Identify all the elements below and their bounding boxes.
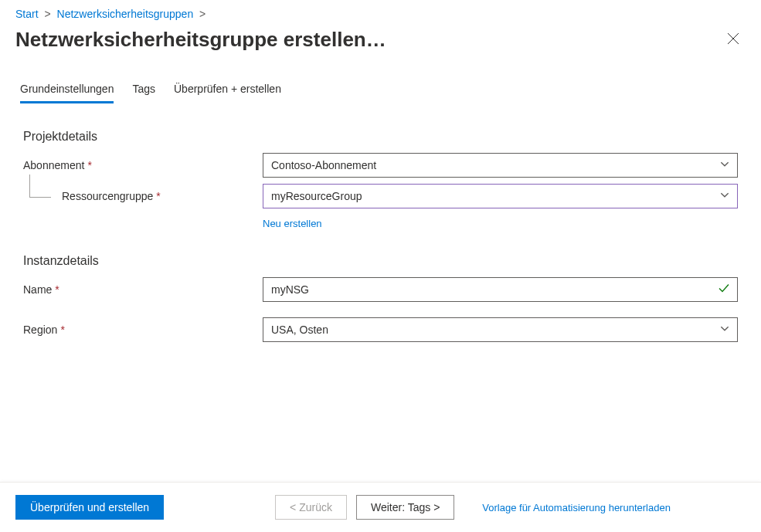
tabs: Grundeinstellungen Tags Überprüfen + ers… [0,67,761,103]
required-marker: * [156,190,160,202]
page-title: Netzwerksicherheitsgruppe erstellen… [15,28,386,52]
review-create-button[interactable]: Überprüfen und erstellen [15,495,164,520]
tab-basics[interactable]: Grundeinstellungen [20,83,114,103]
checkmark-icon [718,283,730,297]
breadcrumb-sep: > [199,8,206,20]
required-marker: * [60,324,64,336]
next-button[interactable]: Weiter: Tags > [356,495,454,520]
label-resource-group: Ressourcengruppe * [23,190,263,202]
close-icon [727,32,739,45]
section-project-title: Projektdetails [23,130,738,144]
download-template-link[interactable]: Vorlage für Automatisierung herunterlade… [482,502,671,513]
name-input[interactable] [263,277,738,302]
tab-tags[interactable]: Tags [132,83,155,103]
label-region: Region * [23,324,263,336]
region-select[interactable]: USA, Osten [263,317,738,342]
section-instance-title: Instanzdetails [23,254,738,268]
required-marker: * [87,159,91,171]
required-marker: * [55,283,59,296]
breadcrumb-start[interactable]: Start [15,8,39,20]
tab-review[interactable]: Überprüfen + erstellen [174,83,281,103]
tree-connector [29,175,51,198]
create-new-rg-link[interactable]: Neu erstellen [263,218,322,229]
close-button[interactable] [721,28,746,52]
breadcrumb-sep: > [44,8,50,20]
breadcrumb-nsg[interactable]: Netzwerksicherheitsgruppen [57,8,194,20]
back-button[interactable]: < Zurück [275,495,347,520]
resource-group-select[interactable]: myResourceGroup [263,184,738,208]
subscription-select[interactable]: Contoso-Abonnement [263,153,738,178]
footer: Überprüfen und erstellen < Zurück Weiter… [0,482,761,532]
label-subscription: Abonnement * [23,159,263,171]
breadcrumb: Start > Netzwerksicherheitsgruppen > [0,0,761,20]
label-name: Name * [23,283,263,296]
